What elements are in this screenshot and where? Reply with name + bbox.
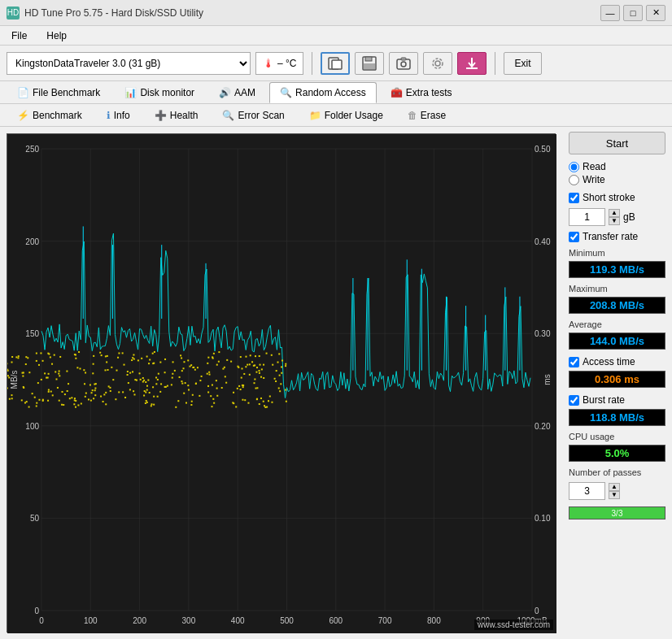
temperature-display: 🌡 – °C: [255, 52, 303, 75]
short-stroke-arrows[interactable]: ▲ ▼: [609, 209, 620, 225]
read-radio[interactable]: [569, 162, 579, 172]
passes-input[interactable]: [569, 482, 605, 500]
chart-wrapper: www.ssd-tester.com: [7, 133, 556, 632]
read-radio-label[interactable]: Read: [569, 161, 665, 172]
access-time-value: 0.306 ms: [569, 371, 665, 388]
short-stroke-down-arrow[interactable]: ▼: [609, 217, 620, 225]
passes-down-arrow[interactable]: ▼: [609, 491, 620, 499]
cpu-usage-value: 5.0%: [569, 445, 665, 462]
erase-icon: 🗑: [408, 110, 417, 121]
transfer-rate-checkbox[interactable]: [569, 232, 579, 242]
burst-rate-value: 118.8 MB/s: [569, 409, 665, 426]
burst-rate-checkbox[interactable]: [569, 395, 579, 406]
exit-button[interactable]: Exit: [504, 52, 541, 75]
progress-bar-fill: 3/3: [569, 507, 665, 519]
error-scan-icon: 🔍: [222, 110, 234, 121]
toolbar-btn-2[interactable]: [355, 52, 384, 75]
file-benchmark-icon: 📄: [17, 87, 29, 98]
average-label: Average: [569, 320, 665, 329]
toolbar-btn-3[interactable]: [389, 52, 418, 75]
benchmark-chart: [7, 134, 556, 633]
chart-container: www.ssd-tester.com: [0, 127, 562, 639]
tab-folder-usage[interactable]: 📁 Folder Usage: [299, 105, 394, 126]
toolbar-separator-2: [495, 52, 495, 75]
tab-erase[interactable]: 🗑 Erase: [397, 105, 456, 126]
passes-arrows[interactable]: ▲ ▼: [609, 483, 620, 499]
health-icon: ➕: [155, 110, 167, 121]
start-button[interactable]: Start: [569, 132, 665, 154]
toolbar-btn-1[interactable]: [321, 52, 350, 75]
info-icon: ℹ: [107, 110, 111, 121]
toolbar-btn-download[interactable]: [457, 52, 487, 75]
app-icon: HD: [7, 7, 20, 20]
tab-random-access[interactable]: 🔍 Random Access: [269, 82, 377, 103]
watermark: www.ssd-tester.com: [474, 619, 553, 630]
copy-icon: [327, 56, 343, 71]
passes-up-arrow[interactable]: ▲: [609, 483, 620, 491]
svg-rect-4: [364, 63, 375, 69]
svg-rect-7: [401, 58, 406, 60]
minimum-label: Minimum: [569, 248, 665, 258]
passes-label: Number of passes: [569, 467, 665, 477]
read-write-group: Read Write: [569, 161, 665, 185]
temperature-value: – °C: [277, 58, 296, 69]
short-stroke-unit: gB: [623, 211, 635, 223]
passes-row: ▲ ▼: [569, 482, 665, 500]
menu-help[interactable]: Help: [40, 28, 73, 43]
short-stroke-up-arrow[interactable]: ▲: [609, 209, 620, 217]
tab-extra-tests[interactable]: 🧰 Extra tests: [380, 82, 463, 103]
menu-file[interactable]: File: [5, 28, 33, 43]
benchmark-icon: ⚡: [17, 110, 29, 121]
svg-rect-1: [332, 60, 342, 69]
svg-point-9: [433, 59, 443, 68]
menubar: File Help: [0, 26, 672, 46]
tab-file-benchmark[interactable]: 📄 File Benchmark: [7, 82, 111, 103]
cpu-usage-label: CPU usage: [569, 432, 665, 441]
svg-point-6: [401, 62, 406, 67]
tab-benchmark[interactable]: ⚡ Benchmark: [7, 105, 93, 126]
maximize-button[interactable]: □: [623, 5, 643, 21]
minimum-value: 119.3 MB/s: [569, 261, 665, 278]
tabs-row-1: 📄 File Benchmark 📊 Disk monitor 🔊 AAM 🔍 …: [0, 81, 672, 104]
burst-rate-checkbox-label[interactable]: Burst rate: [569, 394, 665, 406]
access-time-checkbox[interactable]: [569, 357, 579, 367]
tabs-row-2: ⚡ Benchmark ℹ Info ➕ Health 🔍 Error Scan…: [0, 104, 672, 127]
camera-icon: [395, 56, 412, 71]
save-icon: [361, 56, 377, 71]
close-button[interactable]: ✕: [646, 5, 665, 21]
thermometer-icon: 🌡: [263, 57, 274, 70]
svg-rect-3: [365, 57, 372, 61]
write-radio-label[interactable]: Write: [569, 174, 665, 185]
disk-monitor-icon: 📊: [124, 87, 137, 98]
extra-tests-icon: 🧰: [391, 87, 403, 98]
right-panel: Start Read Write Short stroke ▲ ▼ gB: [562, 127, 672, 639]
tab-disk-monitor[interactable]: 📊 Disk monitor: [114, 82, 205, 103]
toolbar-btn-4[interactable]: [423, 52, 452, 75]
aam-icon: 🔊: [219, 87, 231, 98]
titlebar: HD HD Tune Pro 5.75 - Hard Disk/SSD Util…: [0, 0, 672, 26]
window-controls[interactable]: — □ ✕: [600, 5, 665, 21]
short-stroke-spinbox-row: ▲ ▼ gB: [569, 208, 665, 226]
tab-info[interactable]: ℹ Info: [96, 105, 141, 126]
tab-error-scan[interactable]: 🔍 Error Scan: [212, 105, 295, 126]
settings-icon: [430, 56, 446, 71]
tab-health[interactable]: ➕ Health: [144, 105, 209, 126]
short-stroke-checkbox[interactable]: [569, 193, 579, 203]
minimize-button[interactable]: —: [600, 5, 620, 21]
download-icon: [464, 56, 480, 71]
transfer-rate-checkbox-label[interactable]: Transfer rate: [569, 231, 665, 242]
svg-rect-5: [397, 59, 410, 69]
toolbar-separator: [312, 52, 312, 75]
main-content: www.ssd-tester.com Start Read Write Shor…: [0, 127, 672, 639]
device-select[interactable]: KingstonDataTraveler 3.0 (31 gB): [7, 52, 251, 75]
short-stroke-checkbox-label[interactable]: Short stroke: [569, 192, 665, 203]
write-radio[interactable]: [569, 175, 579, 185]
tab-aam[interactable]: 🔊 AAM: [208, 82, 266, 103]
access-time-checkbox-label[interactable]: Access time: [569, 356, 665, 367]
maximum-value: 208.8 MB/s: [569, 297, 665, 314]
toolbar: KingstonDataTraveler 3.0 (31 gB) 🌡 – °C …: [0, 46, 672, 81]
short-stroke-input[interactable]: [569, 208, 605, 226]
progress-bar-bg: 3/3: [569, 506, 665, 519]
progress-container: 3/3: [569, 506, 665, 519]
folder-usage-icon: 📁: [309, 110, 321, 121]
